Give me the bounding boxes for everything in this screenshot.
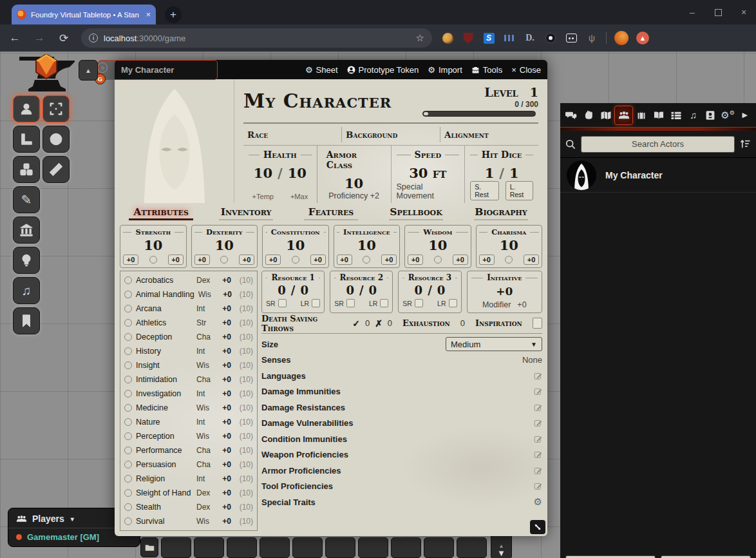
skill-row[interactable]: Medicine Wis +0 (10) bbox=[124, 401, 253, 415]
ability-save[interactable]: +0 bbox=[239, 255, 254, 265]
nav-collapse-button[interactable]: ▲ bbox=[79, 60, 98, 81]
skill-proficiency-radio[interactable] bbox=[124, 461, 132, 468]
sort-mode-icon[interactable] bbox=[740, 139, 751, 149]
ability-score[interactable]: 10 bbox=[479, 237, 540, 253]
robot-extension-icon[interactable] bbox=[565, 32, 578, 44]
skill-row[interactable]: Persuasion Cha +0 (10) bbox=[124, 457, 253, 472]
ability-name[interactable]: Strength bbox=[123, 227, 184, 236]
sheet-tab[interactable]: Features bbox=[288, 206, 373, 220]
macro-slot[interactable] bbox=[260, 537, 290, 558]
window-maximize-button[interactable] bbox=[705, 0, 731, 24]
tool-target-select[interactable] bbox=[43, 95, 70, 122]
initiative-value[interactable]: +0 bbox=[471, 285, 538, 298]
detail-field[interactable]: Race bbox=[243, 127, 342, 142]
special-movement-link[interactable]: Special Movement bbox=[397, 182, 460, 200]
ability-save[interactable]: +0 bbox=[381, 255, 397, 265]
lr-checkbox[interactable] bbox=[312, 299, 320, 307]
sheet-tab[interactable]: Spellbook bbox=[373, 206, 458, 220]
ability-score[interactable]: 10 bbox=[337, 237, 397, 253]
macro-slot[interactable] bbox=[358, 537, 388, 558]
trait-edit-icon[interactable] bbox=[534, 372, 542, 380]
actor-name[interactable]: My Character bbox=[605, 170, 663, 180]
page-down-icon[interactable]: ▼ bbox=[497, 549, 506, 557]
search-actors-input[interactable] bbox=[581, 136, 735, 153]
save-proficiency-radio[interactable] bbox=[220, 256, 228, 264]
forward-button[interactable]: → bbox=[30, 28, 49, 48]
skill-row[interactable]: Animal Handling Wis +0 (10) bbox=[124, 287, 253, 302]
short-rest-button[interactable]: S. Rest bbox=[470, 181, 498, 200]
ability-name[interactable]: Constitution bbox=[265, 227, 326, 236]
lr-checkbox[interactable] bbox=[380, 299, 388, 307]
sheet-tab[interactable]: Biography bbox=[458, 206, 543, 220]
trait-edit-icon[interactable] bbox=[534, 467, 542, 475]
character-name[interactable]: My Character bbox=[243, 90, 422, 112]
skill-proficiency-radio[interactable] bbox=[124, 404, 132, 412]
skill-row[interactable]: Deception Cha +0 (10) bbox=[124, 330, 253, 344]
skill-row[interactable]: Performance Cha +0 (10) bbox=[124, 443, 253, 457]
tab-chat[interactable] bbox=[563, 106, 580, 125]
resource-label[interactable]: Resource 2 bbox=[334, 273, 388, 282]
tab-combat[interactable] bbox=[580, 106, 598, 125]
skill-row[interactable]: Religion Int +0 (10) bbox=[124, 472, 253, 486]
skill-proficiency-radio[interactable] bbox=[124, 489, 132, 497]
skill-proficiency-radio[interactable] bbox=[124, 432, 132, 440]
trait-edit-icon[interactable] bbox=[534, 435, 542, 443]
skill-proficiency-radio[interactable] bbox=[124, 475, 132, 483]
death-failure-icon[interactable]: ✗ bbox=[375, 318, 383, 329]
window-close-button[interactable]: × bbox=[731, 0, 756, 24]
skill-proficiency-radio[interactable] bbox=[124, 390, 132, 398]
skill-proficiency-radio[interactable] bbox=[124, 376, 132, 383]
ability-name[interactable]: Dexterity bbox=[194, 227, 255, 236]
death-failure-count[interactable]: 0 bbox=[388, 318, 392, 328]
resource-value[interactable]: 0/0 bbox=[334, 284, 388, 297]
save-proficiency-radio[interactable] bbox=[292, 256, 299, 264]
window-minimize-button[interactable]: – bbox=[679, 0, 705, 24]
create-actor-button[interactable]: Create Actor bbox=[565, 555, 656, 558]
tab-actors[interactable] bbox=[614, 106, 633, 125]
ability-modifier[interactable]: +0 bbox=[194, 255, 210, 265]
reload-button[interactable]: ⟳ bbox=[54, 28, 73, 48]
trait-edit-icon[interactable] bbox=[534, 403, 542, 412]
skill-name[interactable]: Investigation bbox=[136, 389, 193, 398]
tab-close-icon[interactable]: × bbox=[146, 10, 151, 19]
trait-edit-icon[interactable] bbox=[534, 482, 542, 490]
skill-proficiency-radio[interactable] bbox=[124, 347, 132, 355]
ability-modifier[interactable]: +0 bbox=[337, 255, 352, 265]
hit-dice-value[interactable]: 1/1 bbox=[485, 165, 519, 181]
tool-lighting[interactable] bbox=[13, 247, 40, 274]
ability-name[interactable]: Intelligence bbox=[337, 227, 397, 236]
ac-value[interactable]: 10 bbox=[345, 175, 363, 191]
ability-modifier[interactable]: +0 bbox=[408, 255, 423, 265]
game-canvas[interactable]: ✎ ♫ ▲ G Players ▾ Gamemas bbox=[0, 52, 756, 558]
death-success-icon[interactable]: ✓ bbox=[352, 318, 360, 329]
sheet-config-button[interactable]: ⚙ Sheet bbox=[305, 65, 338, 75]
tool-token-select[interactable] bbox=[13, 95, 40, 122]
tab-playlists[interactable]: ♫ bbox=[685, 106, 702, 125]
tuner-extension-icon[interactable]: ψ bbox=[585, 32, 598, 44]
long-rest-button[interactable]: L. Rest bbox=[506, 181, 533, 200]
actor-entry[interactable]: My Character bbox=[560, 158, 756, 193]
tools-button[interactable]: Tools bbox=[471, 65, 502, 75]
death-success-count[interactable]: 0 bbox=[365, 318, 370, 328]
skill-name[interactable]: Arcana bbox=[136, 304, 193, 313]
macro-slot[interactable] bbox=[424, 537, 454, 558]
save-proficiency-radio[interactable] bbox=[149, 256, 157, 264]
skill-proficiency-radio[interactable] bbox=[124, 361, 132, 369]
tab-settings[interactable]: ⚙⚙ bbox=[719, 106, 737, 125]
browser-tab[interactable]: Foundry Virtual Tabletop • A Stan × bbox=[12, 5, 156, 24]
macro-slot[interactable] bbox=[161, 537, 191, 558]
skill-proficiency-radio[interactable] bbox=[124, 319, 132, 327]
profile-avatar[interactable] bbox=[614, 31, 628, 45]
skill-row[interactable]: Investigation Int +0 (10) bbox=[124, 387, 253, 401]
sr-checkbox[interactable] bbox=[346, 299, 355, 307]
skill-name[interactable]: Stealth bbox=[136, 503, 193, 512]
skill-proficiency-radio[interactable] bbox=[124, 503, 132, 511]
actor-avatar[interactable] bbox=[567, 160, 596, 190]
tool-drawings[interactable]: ✎ bbox=[13, 186, 40, 213]
character-portrait[interactable] bbox=[115, 79, 234, 203]
tab-items[interactable] bbox=[633, 106, 650, 125]
ability-name[interactable]: Wisdom bbox=[408, 227, 468, 236]
skill-name[interactable]: Deception bbox=[136, 332, 193, 342]
macro-page-control[interactable]: ▲ ▼ bbox=[491, 532, 512, 558]
special-traits-gear-icon[interactable]: ⚙ bbox=[534, 496, 542, 508]
